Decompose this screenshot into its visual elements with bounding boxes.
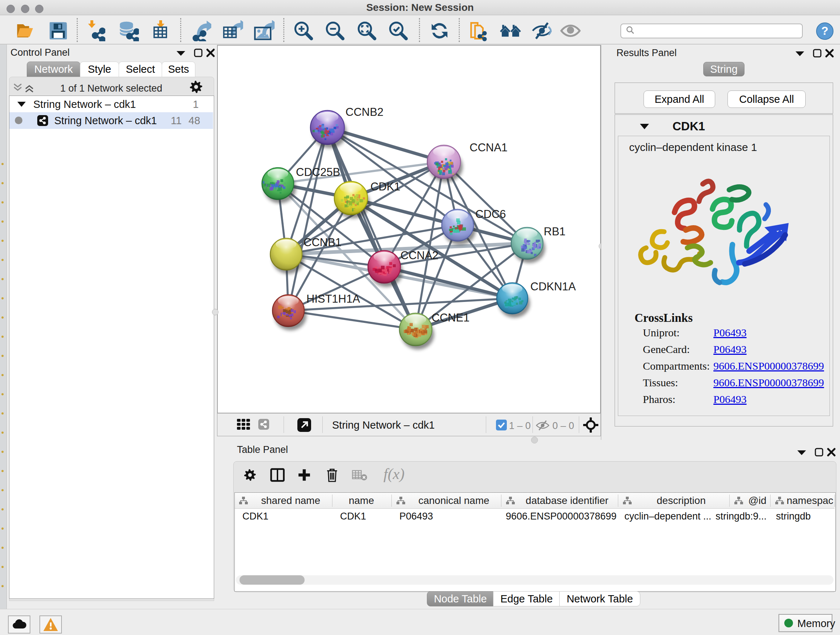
svg-text:CDC25B: CDC25B xyxy=(296,166,340,179)
svg-text:CDK1: CDK1 xyxy=(370,180,401,193)
svg-text:CCNE1: CCNE1 xyxy=(431,311,470,324)
svg-text:CDKN1A: CDKN1A xyxy=(531,280,576,293)
svg-text:CCNA2: CCNA2 xyxy=(401,249,439,262)
svg-text:CCNA1: CCNA1 xyxy=(470,141,508,154)
svg-text:CCNB1: CCNB1 xyxy=(303,236,341,249)
svg-text:CCNB2: CCNB2 xyxy=(346,106,384,119)
svg-text:HIST1H1A: HIST1H1A xyxy=(306,293,360,305)
svg-text:CDC6: CDC6 xyxy=(475,208,506,220)
svg-text:RB1: RB1 xyxy=(544,225,565,238)
